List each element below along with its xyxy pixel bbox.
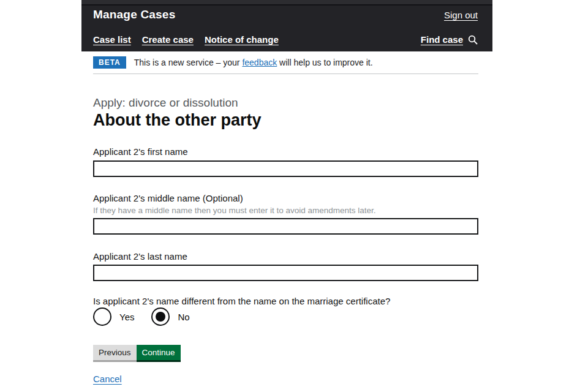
previous-button[interactable]: Previous bbox=[93, 345, 137, 360]
feedback-link[interactable]: feedback bbox=[242, 58, 277, 67]
last-name-input[interactable] bbox=[93, 265, 478, 281]
radio-label-yes: Yes bbox=[119, 312, 134, 322]
first-name-input[interactable] bbox=[93, 160, 478, 177]
radio-label-no: No bbox=[178, 312, 189, 322]
continue-button[interactable]: Continue bbox=[137, 345, 181, 360]
beta-tag: BETA bbox=[93, 56, 126, 69]
cancel-link[interactable]: Cancel bbox=[93, 374, 122, 384]
find-case-link[interactable]: Find case bbox=[421, 34, 463, 45]
nav-create-case[interactable]: Create case bbox=[142, 34, 194, 45]
search-icon[interactable] bbox=[468, 35, 478, 45]
page-caption: Apply: divorce or dissolution bbox=[93, 96, 478, 110]
button-row: Previous Continue bbox=[93, 345, 478, 360]
phase-banner: BETA This is a new service – your feedba… bbox=[93, 51, 478, 74]
nav-notice-of-change[interactable]: Notice of change bbox=[205, 34, 279, 45]
header-top-row: Manage Cases Sign out bbox=[93, 8, 478, 21]
sign-out-link[interactable]: Sign out bbox=[444, 10, 478, 20]
last-name-label: Applicant 2's last name bbox=[93, 251, 478, 262]
middle-name-label: Applicant 2's middle name (Optional) bbox=[93, 193, 478, 203]
page-title: About the other party bbox=[93, 111, 478, 129]
radio-group: Yes No bbox=[93, 307, 478, 326]
find-case[interactable]: Find case bbox=[421, 34, 478, 45]
radio-circle-yes[interactable] bbox=[93, 307, 111, 326]
name-different-question: Is applicant 2's name different from the… bbox=[93, 296, 478, 306]
nav-case-list[interactable]: Case list bbox=[93, 34, 131, 45]
radio-option-no[interactable]: No bbox=[151, 307, 189, 326]
radio-circle-no[interactable] bbox=[151, 307, 170, 326]
phase-text-after: will help us to improve it. bbox=[277, 58, 372, 67]
phase-text-before: This is a new service – your bbox=[134, 58, 243, 67]
middle-name-hint: If they have a middle name then you must… bbox=[93, 206, 478, 215]
middle-name-input[interactable] bbox=[93, 218, 478, 235]
page: Manage Cases Sign out Case list Create c… bbox=[0, 0, 588, 392]
main-content: Apply: divorce or dissolution About the … bbox=[93, 74, 478, 385]
service-name: Manage Cases bbox=[93, 8, 175, 21]
radio-option-yes[interactable]: Yes bbox=[93, 307, 134, 326]
first-name-label: Applicant 2's first name bbox=[93, 146, 478, 157]
app-header: Manage Cases Sign out Case list Create c… bbox=[81, 0, 492, 51]
phase-banner-text: This is a new service – your feedback wi… bbox=[134, 58, 373, 67]
header-nav: Case list Create case Notice of change F… bbox=[93, 34, 478, 45]
